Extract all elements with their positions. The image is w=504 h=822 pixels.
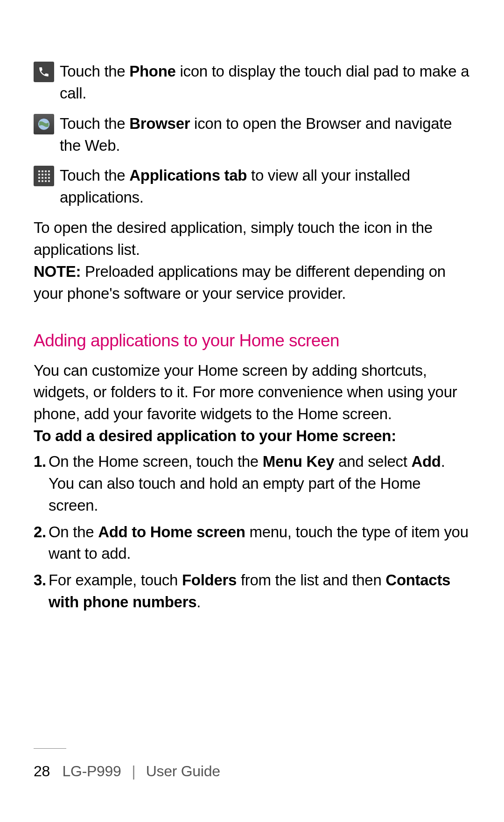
page-footer: 28 LG-P999 | User Guide xyxy=(0,748,504,780)
step-number: 2. xyxy=(34,521,48,543)
text-bold: Add to Home screen xyxy=(98,523,245,541)
text-segment: On the xyxy=(49,523,98,541)
text-segment: and select xyxy=(334,453,411,470)
guide-label: User Guide xyxy=(146,763,220,780)
icon-item-browser: Touch the Browser icon to open the Brows… xyxy=(34,113,470,157)
model-name: LG-P999 xyxy=(63,763,121,780)
text-segment: from the list and then xyxy=(237,571,385,589)
text-segment: On the Home screen, touch the xyxy=(49,453,263,470)
customize-paragraph: You can customize your Home screen by ad… xyxy=(34,360,470,426)
list-item: 1. On the Home screen, touch the Menu Ke… xyxy=(34,451,470,517)
icon-item-apps: Touch the Applications tab to view all y… xyxy=(34,165,470,209)
section-heading: Adding applications to your Home screen xyxy=(34,331,470,351)
list-item: 3. For example, touch Folders from the l… xyxy=(34,569,470,613)
step-text: For example, touch Folders from the list… xyxy=(49,569,470,613)
text-bold: Applications tab xyxy=(129,167,247,184)
steps-list: 1. On the Home screen, touch the Menu Ke… xyxy=(34,451,470,613)
text-bold: Browser xyxy=(129,115,190,132)
apps-item-text: Touch the Applications tab to view all y… xyxy=(60,165,470,209)
text-segment: . xyxy=(196,593,201,611)
text-bold: Add xyxy=(411,453,441,470)
step-number: 1. xyxy=(34,451,48,473)
note-text: Preloaded applications may be different … xyxy=(34,263,446,302)
step-number: 3. xyxy=(34,569,48,591)
footer-separator: | xyxy=(132,763,135,780)
note-label: NOTE: xyxy=(34,263,81,280)
text-bold: Phone xyxy=(129,63,175,80)
step-text: On the Home screen, touch the Menu Key a… xyxy=(49,451,470,517)
page-number: 28 xyxy=(34,763,50,780)
text-segment: For example, touch xyxy=(49,571,182,589)
page-content: Touch the Phone icon to display the touc… xyxy=(0,0,504,613)
footer-text: 28 LG-P999 | User Guide xyxy=(34,763,470,780)
text-bold: Folders xyxy=(182,571,237,589)
phone-item-text: Touch the Phone icon to display the touc… xyxy=(60,61,470,105)
note-paragraph: NOTE: Preloaded applications may be diff… xyxy=(34,261,470,305)
browser-item-text: Touch the Browser icon to open the Brows… xyxy=(60,113,470,157)
text-segment: Touch the xyxy=(60,115,129,132)
icon-item-phone: Touch the Phone icon to display the touc… xyxy=(34,61,470,105)
text-segment: Touch the xyxy=(60,167,129,184)
step-text: On the Add to Home screen menu, touch th… xyxy=(49,521,470,565)
list-item: 2. On the Add to Home screen menu, touch… xyxy=(34,521,470,565)
apps-grid-icon xyxy=(34,166,54,186)
text-bold: Menu Key xyxy=(263,453,334,470)
text-segment: Touch the xyxy=(60,63,129,80)
phone-icon xyxy=(34,62,54,82)
footer-divider xyxy=(34,748,66,749)
subheading: To add a desired application to your Hom… xyxy=(34,425,470,447)
open-paragraph: To open the desired application, simply … xyxy=(34,217,470,261)
browser-icon xyxy=(34,114,54,134)
